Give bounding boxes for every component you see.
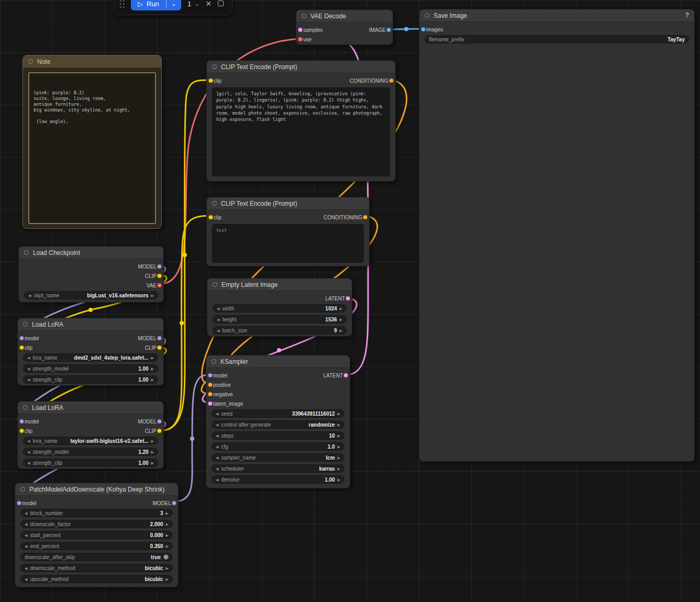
link-dot-clip[interactable] — [180, 321, 184, 325]
node-note[interactable]: Note (pink: purple: 0.2) suite, lounge, … — [23, 55, 162, 229]
increment-arrow[interactable]: ▶ — [338, 467, 340, 471]
decrement-arrow[interactable]: ◀ — [27, 367, 30, 371]
clear-queue-button[interactable]: ✕ — [205, 0, 212, 7]
collapse-dot[interactable] — [302, 14, 306, 18]
increment-arrow[interactable]: ▶ — [338, 456, 340, 460]
widget-denoise[interactable]: ◀ denoise 1.00 ▶ — [212, 475, 345, 484]
decrement-arrow[interactable]: ◀ — [25, 511, 27, 515]
node-header[interactable]: Note — [23, 55, 161, 68]
input-port-clip[interactable] — [208, 79, 213, 83]
note-text-area[interactable]: (pink: purple: 0.2) suite, lounge, livin… — [28, 72, 156, 224]
node-patch-model-add-downscale[interactable]: PatchModelAddDownscale (Kohya Deep Shrin… — [15, 483, 179, 587]
output-port-model[interactable] — [157, 264, 162, 269]
decrement-arrow[interactable]: ◀ — [25, 577, 27, 581]
input-port-model[interactable] — [208, 373, 213, 378]
decrement-arrow[interactable]: ◀ — [216, 478, 218, 482]
input-port-clip[interactable] — [19, 345, 24, 350]
collapse-dot[interactable] — [23, 322, 28, 327]
output-port-conditioning[interactable] — [363, 215, 368, 220]
input-port-latent-image[interactable] — [208, 402, 213, 406]
node-load-checkpoint[interactable]: Load Checkpoint MODEL CLIP VAE ◀ ckpt_na… — [18, 246, 164, 303]
decrement-arrow[interactable]: ◀ — [27, 356, 30, 360]
widget-sampler-name[interactable]: ◀ sampler_name lcm ▶ — [212, 453, 345, 462]
widget-steps[interactable]: ◀ steps 10 ▶ — [212, 431, 345, 440]
decrement-arrow[interactable]: ◀ — [216, 423, 218, 427]
node-load-lora-2[interactable]: Load LoRA model MODEL clip CLIP ◀ lora_n… — [17, 401, 164, 469]
output-port-clip[interactable] — [157, 345, 162, 350]
batch-count-control[interactable]: 1 ⌄ — [187, 0, 199, 8]
input-port-clip[interactable] — [19, 429, 24, 433]
output-port-latent[interactable] — [346, 296, 350, 301]
output-port-conditioning[interactable] — [389, 79, 394, 83]
input-port-model[interactable] — [17, 501, 21, 506]
run-button-group[interactable]: ▷ Run ⌄ — [131, 0, 181, 10]
widget-height[interactable]: ◀ height 1536 ▶ — [213, 315, 347, 324]
collapse-dot[interactable] — [425, 13, 429, 18]
input-port-vae[interactable] — [298, 37, 303, 42]
widget-upscale-method[interactable]: ◀ upscale_method bicubic ▶ — [20, 575, 173, 583]
decrement-arrow[interactable]: ◀ — [27, 378, 30, 382]
decrement-arrow[interactable]: ◀ — [25, 544, 27, 548]
widget-strength-model[interactable]: ◀ strength_model 1.20 ▶ — [23, 448, 158, 456]
increment-arrow[interactable]: ▶ — [151, 450, 154, 454]
widget-strength-clip[interactable]: ◀ strength_clip 1.00 ▶ — [23, 375, 158, 384]
collapse-dot[interactable] — [213, 282, 217, 287]
widget-lora-name[interactable]: ◀ lora_name taylor-swift-biglust16-v2.sa… — [23, 437, 158, 445]
output-port-model[interactable] — [172, 501, 176, 506]
toggle-indicator[interactable] — [163, 554, 169, 560]
widget-downscale-method[interactable]: ◀ downscale_method bicubic ▶ — [20, 564, 173, 572]
increment-arrow[interactable]: ▶ — [166, 522, 169, 526]
widget-control-after-generate[interactable]: ◀ control after generate randomize ▶ — [212, 420, 345, 429]
increment-arrow[interactable]: ▶ — [166, 566, 169, 570]
input-port-images[interactable] — [421, 27, 426, 32]
node-header[interactable]: Load LoRA — [18, 318, 163, 331]
output-port-clip[interactable] — [157, 429, 162, 433]
prompt-text-area[interactable]: text — [212, 224, 364, 263]
increment-arrow[interactable]: ▶ — [151, 367, 154, 371]
batch-count-value[interactable]: 1 — [187, 0, 191, 8]
collapse-dot[interactable] — [24, 250, 29, 255]
increment-arrow[interactable]: ▶ — [340, 318, 342, 321]
input-port-positive[interactable] — [208, 383, 213, 387]
increment-arrow[interactable]: ▶ — [338, 478, 340, 482]
node-header[interactable]: Save Image ? — [419, 9, 694, 22]
input-port-model[interactable] — [19, 336, 24, 341]
node-header[interactable]: CLIP Text Encode (Prompt) — [207, 197, 369, 210]
link-dot-clip[interactable] — [183, 253, 187, 257]
decrement-arrow[interactable]: ◀ — [216, 456, 218, 460]
increment-arrow[interactable]: ▶ — [151, 439, 154, 443]
decrement-arrow[interactable]: ◀ — [25, 566, 27, 570]
node-vae-decode[interactable]: VAE Decode samples IMAGE vae — [296, 9, 393, 45]
link-dot-model[interactable] — [190, 437, 194, 441]
node-header[interactable]: CLIP Text Encode (Prompt) — [207, 61, 395, 73]
node-header[interactable]: Empty Latent Image — [207, 278, 352, 291]
decrement-arrow[interactable]: ◀ — [27, 450, 30, 454]
run-button[interactable]: ▷ Run — [131, 0, 166, 8]
link-dot-clip[interactable] — [88, 308, 93, 312]
decrement-arrow[interactable]: ◀ — [216, 434, 218, 438]
input-port-clip[interactable] — [208, 215, 213, 220]
widget-block-number[interactable]: ◀ block_number 3 ▶ — [20, 509, 173, 517]
widget-filename-prefix[interactable]: filename_prefix TayTay — [425, 35, 689, 43]
widget-downscale-after-skip[interactable]: downscale_after_skip true — [20, 553, 173, 561]
widget-ckpt-name[interactable]: ◀ ckpt_name bigLust_v16.safetensors ▶ — [24, 291, 158, 299]
widget-start-percent[interactable]: ◀ start_percent 0.000 ▶ — [20, 531, 173, 539]
node-header[interactable]: VAE Decode — [296, 10, 393, 23]
increment-arrow[interactable]: ▶ — [340, 307, 342, 310]
node-header[interactable]: Load LoRA — [18, 402, 163, 414]
input-port-samples[interactable] — [298, 28, 303, 32]
increment-arrow[interactable]: ▶ — [338, 434, 340, 438]
node-empty-latent-image[interactable]: Empty Latent Image LATENT ◀ width 1024 ▶… — [207, 278, 352, 337]
increment-arrow[interactable]: ▶ — [166, 533, 169, 537]
link-dot-latent[interactable] — [277, 348, 281, 352]
node-save-image[interactable]: Save Image ? images filename_prefix TayT… — [419, 9, 695, 462]
output-port-vae[interactable] — [157, 283, 162, 288]
node-header[interactable]: PatchModelAddDownscale (Kohya Deep Shrin… — [15, 483, 178, 496]
increment-arrow[interactable]: ▶ — [340, 329, 342, 332]
increment-arrow[interactable]: ▶ — [151, 356, 154, 360]
batch-count-chevron-icon[interactable]: ⌄ — [194, 1, 199, 7]
widget-lora-name[interactable]: ◀ lora_name dmd2_sdxl_4step_lora.safet..… — [23, 353, 158, 362]
decrement-arrow[interactable]: ◀ — [217, 318, 219, 321]
output-port-latent[interactable] — [343, 373, 348, 378]
input-port-negative[interactable] — [208, 392, 213, 397]
